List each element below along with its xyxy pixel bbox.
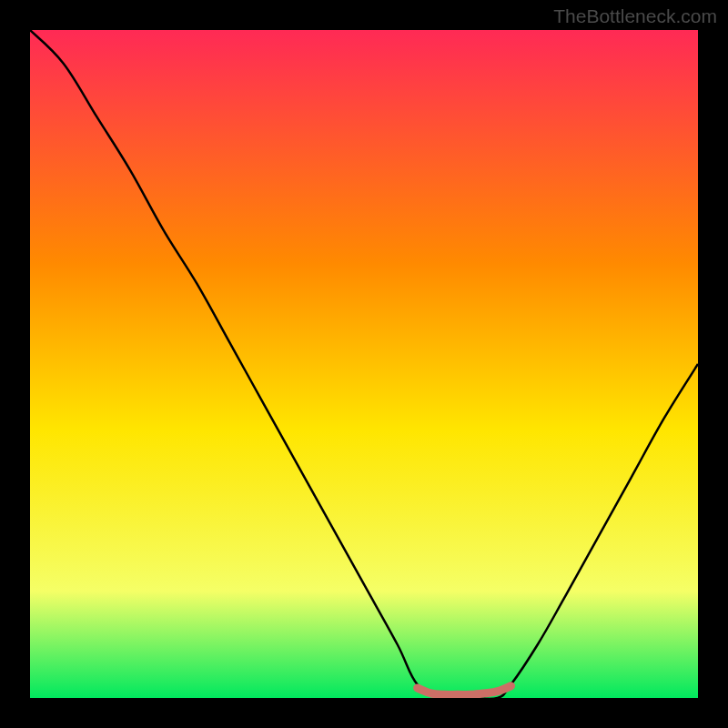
watermark-text: TheBottleneck.com — [553, 5, 717, 27]
curve-layer — [30, 30, 698, 698]
plot-area — [30, 30, 698, 698]
chart-container: TheBottleneck.com — [0, 0, 728, 728]
flat-marker — [418, 686, 511, 695]
bottleneck-curve — [30, 30, 698, 698]
